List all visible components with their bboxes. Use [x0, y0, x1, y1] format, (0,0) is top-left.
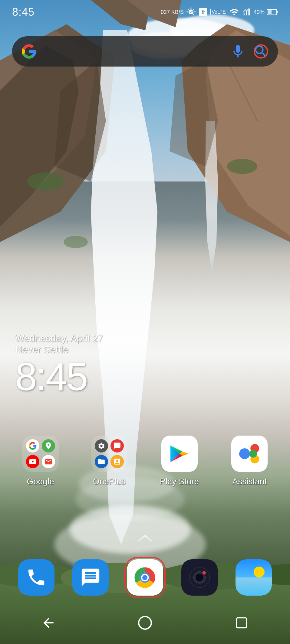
camera-dock-item[interactable]	[181, 559, 218, 596]
assistant-app[interactable]: Assistant	[231, 436, 268, 486]
oneplus-folder-app[interactable]: OnePlus	[91, 436, 127, 486]
chrome-dock-item[interactable]	[127, 559, 163, 596]
svg-point-43	[249, 450, 257, 458]
svg-point-54	[139, 616, 151, 629]
messages-dock-item[interactable]	[72, 559, 109, 596]
svg-point-51	[202, 571, 206, 574]
svg-rect-52	[236, 559, 272, 596]
google-folder-label: Google	[27, 477, 54, 486]
battery-percentage: 43%	[254, 9, 265, 15]
clock-motto: Never Settle	[15, 344, 103, 355]
assistant-label: Assistant	[232, 477, 267, 486]
google-folder-app[interactable]: Google	[22, 436, 59, 486]
svg-rect-32	[268, 10, 272, 14]
status-icons: 027 KB/S VoLTE 43%	[161, 7, 278, 17]
svg-rect-55	[237, 618, 247, 628]
dock	[0, 559, 290, 596]
wallpaper	[0, 0, 290, 644]
clock-date: Wednesday, April 27	[15, 333, 103, 344]
home-button[interactable]	[136, 614, 154, 632]
wifi-icon	[229, 7, 239, 17]
alarm-icon	[186, 7, 196, 17]
svg-point-47	[142, 575, 147, 580]
drawer-hint[interactable]	[136, 532, 154, 547]
recents-button[interactable]	[232, 614, 251, 632]
phone-dock-item[interactable]	[18, 559, 54, 596]
data-speed: 027 KB/S	[161, 9, 184, 15]
play-store-app[interactable]: Play Store	[160, 436, 199, 486]
play-store-label: Play Store	[160, 477, 199, 486]
signal-icon	[242, 7, 251, 17]
assistant-icon	[231, 436, 268, 472]
volte-icon: VoLTE	[210, 9, 227, 15]
google-folder-icon	[22, 436, 59, 472]
svg-point-50	[196, 574, 203, 581]
mic-icon[interactable]	[230, 44, 246, 59]
search-bar[interactable]	[12, 36, 278, 67]
google-logo	[21, 44, 37, 59]
clock-time: 8:45	[15, 355, 103, 398]
lens-icon[interactable]	[253, 44, 269, 59]
oneplus-folder-label: OnePlus	[93, 477, 125, 486]
weather-dock-item[interactable]	[236, 559, 272, 596]
svg-rect-31	[277, 11, 278, 13]
search-icons	[230, 44, 269, 59]
battery-icon	[267, 9, 278, 15]
clock-widget: Wednesday, April 27 Never Settle 8:45	[15, 333, 103, 398]
app-grid: Google	[0, 436, 290, 486]
nfc-icon	[198, 7, 208, 17]
back-button[interactable]	[39, 614, 58, 632]
oneplus-folder-icon	[91, 436, 127, 472]
status-bar: 8:45 027 KB/S VoLTE 43%	[0, 0, 290, 24]
status-time: 8:45	[12, 6, 35, 18]
play-store-icon	[161, 436, 198, 472]
nav-bar	[0, 602, 290, 644]
svg-point-53	[254, 567, 265, 577]
svg-point-42	[239, 448, 250, 459]
